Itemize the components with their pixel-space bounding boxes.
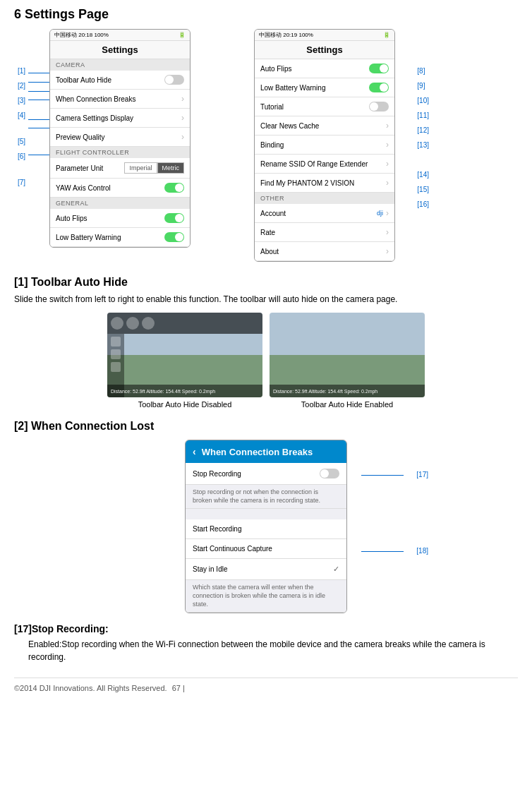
auto-flips-toggle-2[interactable]	[369, 64, 389, 73]
auto-flips-toggle[interactable]	[164, 213, 184, 223]
line-2	[28, 82, 49, 83]
find-phantom-row[interactable]: Find My PHANTOM 2 VISION ›	[255, 174, 394, 193]
annotation-1: [1]	[18, 68, 25, 75]
chevron-icon-6: ›	[386, 159, 389, 169]
auto-flips-row[interactable]: Auto Flips	[50, 209, 190, 228]
start-recording-item[interactable]: Start Recording	[186, 519, 346, 539]
annotation-9: [9]	[417, 83, 429, 90]
parameter-unit-row[interactable]: Parameter Unit Imperial Metric	[50, 158, 190, 179]
camera-section-label: CAMERA	[50, 59, 190, 71]
imperial-option[interactable]: Imperial	[124, 162, 157, 174]
low-battery-toggle-2[interactable]	[369, 83, 389, 92]
general-section-label: GENERAL	[50, 198, 190, 209]
screen1-annotations: [1] [2] [3] [4] [5] [6] [7]	[18, 68, 25, 186]
chevron-icon-1: ›	[181, 94, 184, 104]
section-gap	[186, 509, 346, 519]
stop-recording-heading: [17]Stop Recording:	[14, 623, 518, 634]
find-phantom-label: Find My PHANTOM 2 VISION	[260, 179, 386, 187]
stop-recording-section: [17]Stop Recording: Enabled:Stop recordi…	[14, 623, 518, 663]
annotation-16: [16]	[417, 201, 429, 208]
clear-news-cache-row[interactable]: Clear News Cache ›	[255, 116, 394, 135]
connection-screen-title: When Connection Breaks	[202, 447, 313, 457]
annotation-8: [8]	[417, 68, 429, 75]
settings-header-2: Settings	[255, 41, 394, 59]
yaw-axis-row[interactable]: YAW Axis Control	[50, 179, 190, 198]
account-row[interactable]: Account dji ›	[255, 204, 394, 223]
toolbar-enabled-image: Distance: 52.9ft Altitude: 154.4ft Speed…	[270, 313, 425, 397]
annotation-11: [11]	[417, 112, 429, 119]
chevron-icon-10: ›	[386, 246, 389, 256]
screen2-annotations: [8] [9] [10] [11] [12] [13] [14] [15] [1…	[417, 68, 429, 208]
screen1-block: [1] [2] [3] [4] [5] [6] [7] 中国移动 20:18 1…	[49, 29, 191, 262]
stay-idle-item[interactable]: Stay in Idle ✓	[186, 559, 346, 580]
low-battery-toggle-1[interactable]	[164, 232, 184, 242]
toolbar-icon-2	[126, 317, 139, 330]
stop-recording-item[interactable]: Stop Recording	[186, 463, 346, 485]
phone-screen-1: 中国移动 20:18 100% 🔋 Settings CAMERA Toolba…	[49, 29, 191, 248]
footer: ©2014 DJI Innovations. All Rights Reserv…	[14, 677, 518, 692]
toolbar-icon-1	[111, 317, 123, 330]
when-connection-breaks-row[interactable]: When Connection Breaks ›	[50, 90, 190, 109]
toolbar-section: [1] Toolbar Auto Hide Slide the switch f…	[14, 276, 518, 409]
stop-recording-description: Enabled:Stop recording when the Wi-Fi co…	[28, 638, 518, 663]
settings-header-1: Settings	[50, 41, 190, 59]
toolbar-disabled-image: Distance: 52.9ft Altitude: 154.4ft Speed…	[107, 313, 262, 397]
flight-section-label: FLIGHT CONTROLLER	[50, 147, 190, 158]
when-connection-breaks-label: When Connection Breaks	[56, 95, 181, 103]
back-arrow-icon[interactable]: ‹	[193, 446, 196, 457]
start-continuous-label: Start Continuous Capture	[193, 545, 272, 553]
auto-flips-row-2[interactable]: Auto Flips	[255, 59, 394, 78]
toolbar-enabled-block: Distance: 52.9ft Altitude: 154.4ft Speed…	[270, 313, 425, 409]
annotation-4: [4]	[18, 112, 25, 119]
annotation-17-label: [17]	[416, 471, 428, 478]
metric-option[interactable]: Metric	[157, 162, 185, 174]
screen2-block: [8] [9] [10] [11] [12] [13] [14] [15] [1…	[254, 29, 395, 262]
toolbar-auto-hide-label: Toolbar Auto Hide	[56, 76, 164, 84]
annotation-14: [14]	[417, 171, 429, 179]
tutorial-row[interactable]: Tutorial	[255, 97, 394, 116]
yaw-axis-toggle[interactable]	[164, 183, 184, 193]
stop-recording-toggle[interactable]	[320, 469, 339, 478]
carrier-text-2: 中国移动 20:19 100%	[259, 31, 313, 39]
account-value: dji	[377, 210, 383, 217]
preview-quality-label: Preview Quality	[56, 133, 181, 141]
auto-flips-label: Auto Flips	[56, 215, 164, 222]
rename-ssid-row[interactable]: Rename SSID Of Range Extender ›	[255, 155, 394, 174]
caption-disabled: Toolbar Auto Hide Disabled	[107, 400, 262, 409]
connection-screen: ‹ When Connection Breaks Stop Recording …	[185, 440, 347, 613]
toolbar-auto-hide-toggle[interactable]	[164, 75, 184, 85]
line-4	[28, 100, 49, 100]
carrier-text-1: 中国移动 20:18 100%	[54, 31, 109, 39]
side-icon-1	[111, 337, 121, 347]
tutorial-label: Tutorial	[260, 103, 369, 111]
start-recording-label: Start Recording	[193, 525, 241, 533]
account-label: Account	[260, 210, 377, 217]
about-row[interactable]: About ›	[255, 242, 394, 261]
annotation-3: [3]	[18, 97, 25, 104]
tutorial-toggle[interactable]	[369, 102, 389, 112]
annotation-15: [15]	[417, 186, 429, 193]
bottom-bar-1: Distance: 52.9ft Altitude: 154.4ft Speed…	[107, 385, 262, 397]
preview-quality-row[interactable]: Preview Quality ›	[50, 128, 190, 147]
start-continuous-item[interactable]: Start Continuous Capture	[186, 539, 346, 559]
toolbar-heading: [1] Toolbar Auto Hide	[14, 276, 518, 289]
toolbar-strip-1	[107, 313, 262, 334]
toolbar-comparison: Distance: 52.9ft Altitude: 154.4ft Speed…	[14, 313, 518, 409]
chevron-icon-3: ›	[181, 132, 184, 142]
low-battery-label-2: Low Battery Warning	[260, 84, 369, 92]
toolbar-auto-hide-row[interactable]: Toolbar Auto Hide	[50, 71, 190, 90]
camera-settings-display-row[interactable]: Camera Settings Display ›	[50, 109, 190, 128]
screenshots-section: [1] [2] [3] [4] [5] [6] [7] 中国移动 20:18 1…	[14, 29, 518, 262]
toolbar-description: Slide the switch from left to right to e…	[14, 293, 518, 306]
rename-ssid-label: Rename SSID Of Range Extender	[260, 160, 386, 168]
distance-text-2: Distance: 52.9ft Altitude: 154.4ft Speed…	[273, 389, 377, 394]
battery-icon-2: 🔋	[383, 32, 390, 38]
bottom-bar-2: Distance: 52.9ft Altitude: 154.4ft Speed…	[270, 385, 425, 397]
low-battery-warning-row-1[interactable]: Low Battery Warning	[50, 228, 190, 247]
binding-row[interactable]: Binding ›	[255, 135, 394, 155]
low-battery-row-2[interactable]: Low Battery Warning	[255, 78, 394, 97]
line-5	[28, 119, 49, 120]
connection-screen-header: ‹ When Connection Breaks	[186, 440, 346, 463]
low-battery-warning-label-1: Low Battery Warning	[56, 234, 164, 241]
rate-row[interactable]: Rate ›	[255, 223, 394, 242]
